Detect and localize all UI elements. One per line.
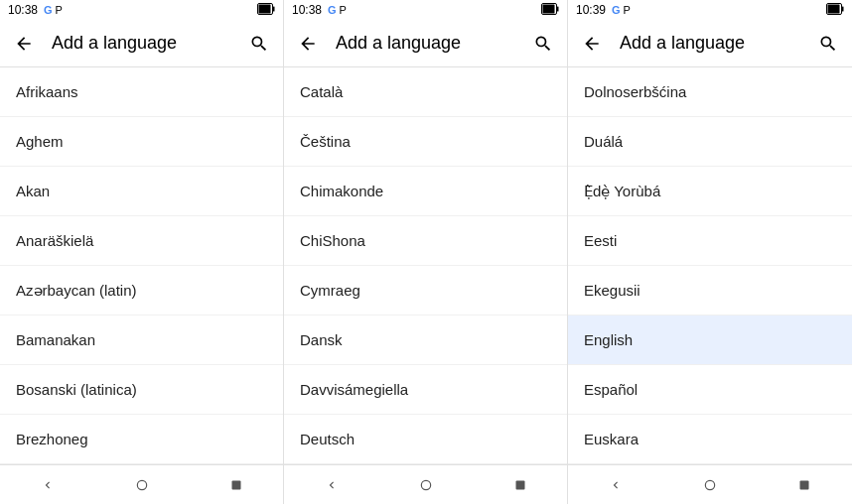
status-icons: G P [44,4,63,16]
page-title: Add a language [44,33,239,54]
svg-rect-9 [515,480,524,489]
nav-back-button[interactable] [308,465,356,505]
play-icon: P [340,4,347,16]
battery-icon [826,3,844,15]
nav-home-icon [703,478,717,492]
back-button[interactable] [4,24,44,63]
battery-icon [257,3,275,15]
back-button[interactable] [572,24,612,63]
google-icon: G [328,4,337,16]
nav-back-button[interactable] [592,465,640,505]
page-title: Add a language [328,33,523,54]
play-icon: P [56,4,63,16]
svg-rect-7 [557,7,559,12]
navigation-bar [568,464,852,504]
language-item[interactable]: Dansk [284,315,567,365]
search-button[interactable] [239,24,279,63]
nav-recents-icon [798,479,810,491]
nav-home-button[interactable] [686,465,734,505]
svg-rect-1 [259,5,271,14]
language-item[interactable]: Ẹ̀dẹ̀ Yorùbá [568,167,852,216]
status-bar: 10:38 G P [284,0,567,20]
nav-home-icon [419,478,433,492]
language-item[interactable]: English [568,315,852,365]
panel-1: 10:38 G P Add a language AfrikaansAghemA… [0,0,284,504]
language-item[interactable]: Anaräškielä [0,216,283,266]
back-arrow-icon [582,34,602,54]
battery-indicator [826,3,844,17]
language-item[interactable]: Bamanakan [0,315,283,365]
svg-rect-12 [842,7,844,12]
toolbar: Add a language [0,20,283,67]
svg-rect-14 [800,480,809,489]
battery-indicator [257,3,275,17]
google-icon: G [44,4,53,16]
search-button[interactable] [808,24,848,63]
back-arrow-icon [298,34,318,54]
svg-rect-6 [543,5,555,14]
language-item[interactable]: Brezhoneg [0,415,283,464]
language-item[interactable]: Azərbaycan (latin) [0,266,283,315]
language-list: DolnoserbšćinaDuáláẸ̀dẹ̀ YorùbáEestiEkeg… [568,67,852,464]
panel-3: 10:39 G P Add a language DolnoserbšćinaD… [568,0,852,504]
language-item[interactable]: Dolnoserbšćina [568,67,852,117]
page-title: Add a language [612,33,808,54]
back-button[interactable] [288,24,328,63]
status-icons: G P [612,4,631,16]
search-icon [818,34,838,54]
svg-point-13 [705,480,714,489]
svg-point-3 [137,480,146,489]
status-icons: G P [328,4,347,16]
language-item[interactable]: Čeština [284,117,567,167]
status-bar: 10:38 G P [0,0,283,20]
panel-2: 10:38 G P Add a language CatalàČeštinaCh… [284,0,568,504]
status-bar: 10:39 G P [568,0,852,20]
battery-icon [541,3,559,15]
nav-home-button[interactable] [118,465,166,505]
nav-back-icon [325,478,339,492]
language-item[interactable]: Davvisámegiella [284,365,567,415]
google-icon: G [612,4,621,16]
svg-point-8 [421,480,430,489]
nav-recents-icon [230,479,242,491]
language-item[interactable]: Aghem [0,117,283,167]
search-icon [249,34,269,54]
nav-recents-button[interactable] [213,465,260,505]
language-item[interactable]: Bosanski (latinica) [0,365,283,415]
language-item[interactable]: Català [284,67,567,117]
nav-back-button[interactable] [24,465,71,505]
battery-indicator [541,3,559,17]
navigation-bar [0,464,283,504]
language-item[interactable]: Deutsch [284,415,567,464]
language-item[interactable]: Eesti [568,216,852,266]
language-item[interactable]: ChiShona [284,216,567,266]
language-item[interactable]: Chimakonde [284,167,567,216]
toolbar: Add a language [284,20,567,67]
nav-home-button[interactable] [402,465,450,505]
play-icon: P [624,4,631,16]
svg-rect-4 [231,480,240,489]
status-time: 10:39 [576,3,606,17]
nav-recents-button[interactable] [781,465,828,505]
language-list: CatalàČeštinaChimakondeChiShonaCymraegDa… [284,67,567,464]
language-item[interactable]: Español [568,365,852,415]
language-item[interactable]: Akan [0,167,283,216]
toolbar: Add a language [568,20,852,67]
search-icon [533,34,553,54]
navigation-bar [284,464,567,504]
language-item[interactable]: Cymraeg [284,266,567,315]
nav-home-icon [135,478,149,492]
language-item[interactable]: Ekegusii [568,266,852,315]
language-item[interactable]: Afrikaans [0,67,283,117]
search-button[interactable] [523,24,563,63]
svg-rect-2 [273,7,275,12]
svg-rect-11 [828,5,840,14]
language-item[interactable]: Euskara [568,415,852,464]
status-time: 10:38 [292,3,322,17]
status-time: 10:38 [8,3,38,17]
nav-recents-button[interactable] [497,465,544,505]
nav-back-icon [609,478,623,492]
language-item[interactable]: Duálá [568,117,852,167]
nav-back-icon [41,478,55,492]
back-arrow-icon [14,34,34,54]
